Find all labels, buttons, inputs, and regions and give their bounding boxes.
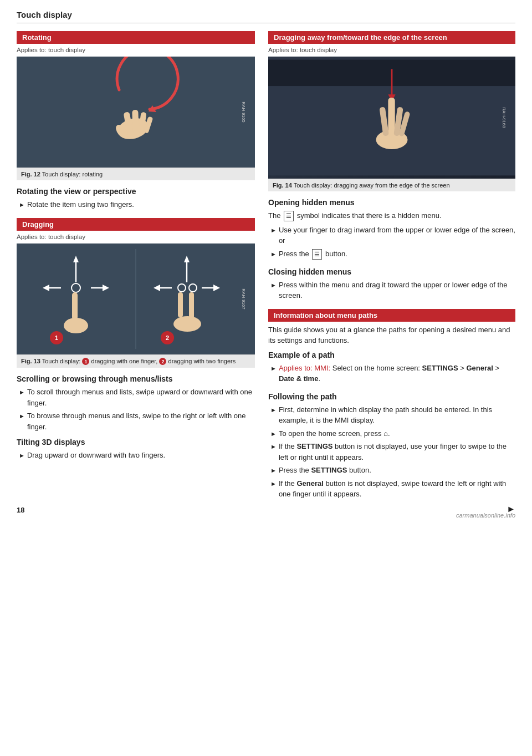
svg-rect-29 (178, 292, 183, 317)
tilting-title: Tilting 3D displays (17, 438, 255, 447)
bullet-arrow-icon: ► (270, 250, 277, 260)
svg-rect-30 (189, 292, 194, 319)
bullet-arrow-icon: ► (270, 364, 277, 384)
page-title: Touch display (17, 10, 515, 23)
svg-point-31 (173, 316, 201, 332)
rotating-applies-to: Applies to: touch display (17, 47, 255, 53)
bullet-arrow-icon: ► (270, 281, 277, 301)
dragging-edge-section: Dragging away from/toward the edge of th… (268, 31, 515, 191)
figure-13-box: RAH-9167 (17, 243, 255, 354)
bullet-arrow-icon: ► (19, 451, 25, 461)
opening-bullet-2: ► Press the ☰ button. (268, 248, 515, 260)
menu-symbol: ☰ (284, 211, 294, 221)
bullet-arrow-icon: ► (270, 405, 277, 426)
bullet-arrow-icon: ► (270, 442, 277, 463)
info-menu-paths-header: Information about menu paths (268, 309, 515, 322)
closing-bullet: ► Press within the menu and drag it towa… (268, 280, 515, 301)
following-bullet-4: ► Press the SETTINGS button. (268, 465, 515, 476)
applies-prefix: Applies to: MMI: (279, 364, 330, 372)
rotating-section-title: Rotating the view or perspective (17, 187, 255, 196)
figure-12-box: RAH-9165 (17, 57, 255, 168)
svg-text:2: 2 (166, 334, 169, 341)
fig-13-label: Fig. 13 Touch display: 1 dragging with o… (17, 354, 255, 368)
dragging-edge-header: Dragging away from/toward the edge of th… (268, 31, 515, 44)
info-menu-paths-body: This guide shows you at a glance the pat… (268, 324, 515, 346)
svg-point-18 (64, 318, 88, 333)
date-time-label: Date & time (279, 374, 319, 383)
dragging-edge-applies-to: Applies to: touch display (268, 47, 515, 53)
rah-label-12: RAH-9165 (241, 102, 246, 122)
following-path-title: Following the path (268, 392, 515, 401)
bullet-arrow-icon: ► (270, 226, 277, 246)
example-path-bullet: ► Applies to: MMI: Select on the home sc… (268, 363, 515, 384)
general-label: General (466, 364, 493, 372)
opening-menus-title: Opening hidden menus (268, 198, 515, 207)
svg-rect-17 (72, 292, 78, 320)
menu-symbol-2: ☰ (312, 249, 322, 260)
svg-rect-38 (388, 98, 395, 134)
rotating-section: Rotating Applies to: touch display RAH-9… (17, 31, 255, 210)
opening-menus-section: Opening hidden menus The ☰ symbol indica… (268, 198, 515, 260)
example-path-section: Example of a path ► Applies to: MMI: Sel… (268, 351, 515, 384)
bullet-arrow-icon: ► (19, 412, 25, 432)
settings-label: SETTINGS (422, 364, 458, 372)
following-bullet-1: ► First, determine in which display the … (268, 404, 515, 426)
following-bullet-3: ► If the SETTINGS button is not displaye… (268, 441, 515, 463)
path-select-text: Select on the home screen: (332, 364, 420, 372)
bullet-arrow-icon: ► (19, 200, 25, 210)
tilting-bullet: ► Drag upward or downward with two finge… (17, 450, 255, 461)
following-bullet-5: ► If the General button is not displayed… (268, 478, 515, 500)
scrolling-bullet-1: ► To scroll through menus and lists, swi… (17, 387, 255, 408)
fig-12-label: Fig. 12 Touch display: rotating (17, 168, 255, 180)
info-menu-paths-section: Information about menu paths This guide … (268, 309, 515, 346)
closing-menus-title: Closing hidden menus (268, 267, 515, 276)
fig-14-label: Fig. 14 Touch display: dragging away fro… (268, 179, 515, 191)
rah-label-13: RAH-9167 (241, 288, 246, 309)
rotating-header: Rotating (17, 31, 255, 44)
bullet-arrow-icon: ► (270, 429, 277, 439)
scrolling-bullet-2: ► To browse through menus and lists, swi… (17, 410, 255, 432)
dragging-section: Dragging Applies to: touch display RAH-9… (17, 218, 255, 461)
example-path-title: Example of a path (268, 351, 515, 359)
following-path-section: Following the path ► First, determine in… (268, 392, 515, 500)
bullet-arrow-icon: ► (19, 388, 25, 408)
svg-text:1: 1 (55, 334, 58, 341)
dragging-header: Dragging (17, 218, 255, 231)
svg-rect-4 (132, 110, 139, 133)
bullet-arrow-icon: ► (270, 479, 277, 500)
rah-label-14: RAH-9168 (502, 107, 507, 128)
following-bullet-2: ► To open the home screen, press ⌂. (268, 428, 515, 439)
right-column: Dragging away from/toward the edge of th… (268, 31, 515, 508)
bullet-arrow-icon: ► (270, 466, 277, 476)
opening-bullet-1: ► Use your finger to drag inward from th… (268, 225, 515, 246)
rotating-bullet: ► Rotate the item using two fingers. (17, 199, 255, 210)
watermark: carmanualsonline.info (456, 512, 515, 519)
page-number: 18 (17, 506, 24, 514)
closing-menus-section: Closing hidden menus ► Press within the … (268, 267, 515, 301)
dragging-applies-to: Applies to: touch display (17, 234, 255, 240)
figure-14-box: RAH-9168 (268, 57, 515, 179)
opening-menus-body: The ☰ symbol indicates that there is a h… (268, 210, 515, 221)
scrolling-title: Scrolling or browsing through menus/list… (17, 374, 255, 383)
left-column: Rotating Applies to: touch display RAH-9… (17, 31, 255, 508)
